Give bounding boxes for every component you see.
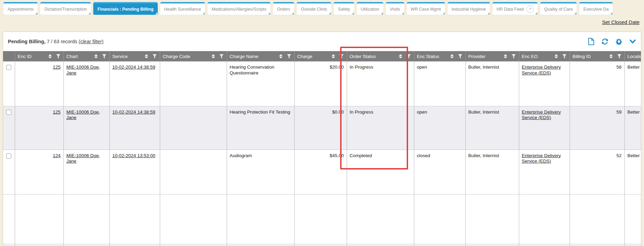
enc-eo-link[interactable]: Enterprise Delivery Service (EDS) xyxy=(522,109,561,120)
filter-icon[interactable] xyxy=(153,54,157,59)
panel-title: Pending Billing, 7 / 63 records (clear f… xyxy=(8,39,104,44)
sort-icon[interactable] xyxy=(145,54,148,58)
sort-icon[interactable] xyxy=(279,54,283,58)
filter-icon[interactable] xyxy=(512,54,516,59)
cell-enc-status: open xyxy=(414,106,465,150)
cell-service: 10-02-2024 14:38:59 xyxy=(109,106,160,150)
row-checkbox[interactable] xyxy=(6,153,11,159)
record-count: 7 / 63 records xyxy=(47,39,77,44)
cell-charge: $45.00 xyxy=(294,150,347,194)
sort-icon[interactable] xyxy=(94,54,98,58)
next-row-strip xyxy=(3,244,641,246)
col-header-service: Service xyxy=(109,51,160,61)
filter-icon[interactable] xyxy=(562,54,567,59)
tab-wr-case-mgmt[interactable]: WR Case Mgmt xyxy=(407,2,445,15)
sort-icon[interactable] xyxy=(399,54,402,58)
cell-charge: $0.00 xyxy=(294,106,347,150)
col-label: Enc Status xyxy=(417,54,439,59)
tab-label: Appointments xyxy=(8,4,34,15)
col-label: Chart xyxy=(67,54,78,59)
service-link[interactable]: 10-02-2024 13:53:00 xyxy=(112,153,155,158)
service-link[interactable]: 10-02-2024 14:38:59 xyxy=(112,65,155,70)
cell-chart: MIE-10006 Doe, Jane xyxy=(63,150,109,194)
enc-id-link[interactable]: 125 xyxy=(53,65,61,70)
clear-filter-link[interactable]: (clear filter) xyxy=(79,39,104,44)
cell-order-status: Completed xyxy=(347,150,414,194)
enc-eo-link[interactable]: Enterprise Delivery Service (EDS) xyxy=(522,153,561,164)
cell-billing-id: 52 xyxy=(570,150,624,194)
filter-icon[interactable] xyxy=(287,54,291,59)
sort-icon[interactable] xyxy=(332,54,335,58)
tab-safety[interactable]: Safety xyxy=(334,2,354,15)
col-label: Charge Name xyxy=(230,54,259,59)
col-header-charge-code: Charge Code xyxy=(160,51,227,61)
refresh-icon[interactable] xyxy=(601,38,609,45)
panel-titlebar: Pending Billing, 7 / 63 records (clear f… xyxy=(3,32,641,51)
filter-icon[interactable] xyxy=(56,54,61,59)
enc-id-link[interactable]: 124 xyxy=(53,153,61,158)
tab-label: Visits xyxy=(390,4,400,15)
sort-icon[interactable] xyxy=(48,54,52,58)
enc-eo-link[interactable]: Enterprise Delivery Service (EDS) xyxy=(522,65,561,75)
filter-icon[interactable] xyxy=(102,54,107,59)
new-document-icon[interactable] xyxy=(588,38,595,45)
sort-icon[interactable] xyxy=(609,54,613,58)
col-label: Enc EO xyxy=(522,54,538,59)
tab-financials-pending-billing[interactable]: Financials : Pending Billing xyxy=(93,2,157,15)
filter-icon[interactable] xyxy=(407,54,411,59)
col-header-billing-id: Billing ID xyxy=(570,51,624,61)
sort-icon[interactable] xyxy=(450,54,454,58)
tab-health-surveillance[interactable]: Health Surveillance xyxy=(160,2,205,15)
tab-appointments[interactable]: Appointments xyxy=(3,2,38,15)
row-checkbox[interactable] xyxy=(6,110,11,115)
filter-icon[interactable] xyxy=(617,54,622,59)
cell-charge-name: Audiogram xyxy=(227,150,294,194)
tab-label: Industrial Hygiene xyxy=(452,4,486,15)
row-checkbox[interactable] xyxy=(6,65,11,70)
settings-gear-icon[interactable] xyxy=(615,38,623,45)
tab-label: Quality of Care xyxy=(544,4,573,15)
cell-location: Better O xyxy=(624,106,641,150)
tab-orders[interactable]: Orders xyxy=(273,2,294,15)
pending-billing-table: Enc ID Chart Service Charge Code Charge … xyxy=(3,51,641,246)
tab-outside-clinic[interactable]: Outside Clinic xyxy=(297,2,331,15)
col-label: Location xyxy=(628,54,642,59)
set-closed-date-link[interactable]: Set Closed Date xyxy=(602,19,640,25)
tab-label: Orders xyxy=(277,4,290,15)
tab-utilization[interactable]: Utilization xyxy=(357,2,383,15)
tab-quality-of-care[interactable]: Quality of Care xyxy=(540,2,577,15)
sort-icon[interactable] xyxy=(504,54,507,58)
cell-location: Better O xyxy=(624,61,641,106)
tab-executive-dashboard[interactable]: Executive Da xyxy=(579,2,613,15)
chart-link[interactable]: MIE-10006 Doe, Jane xyxy=(67,65,100,75)
tab-dictation-transcription[interactable]: Dictation/Transcription xyxy=(40,2,91,15)
filter-icon[interactable] xyxy=(339,54,344,59)
tab-label: Dictation/Transcription xyxy=(44,4,87,15)
filter-icon[interactable] xyxy=(458,54,463,59)
enc-id-link[interactable]: 125 xyxy=(53,109,61,115)
tab-industrial-hygiene[interactable]: Industrial Hygiene xyxy=(448,2,490,15)
cell-enc-id: 124 xyxy=(15,150,63,194)
collapse-chevron-icon[interactable] xyxy=(629,39,636,44)
cell-provider: Butler, Internist xyxy=(465,150,519,194)
tab-label: HR Data Feed xyxy=(497,4,524,15)
tab-label: WR Case Mgmt xyxy=(411,4,441,15)
filter-icon[interactable] xyxy=(219,54,224,59)
tab-label: Medications/Allergies/Scripts xyxy=(212,4,266,15)
tab-bar: Appointments Dictation/Transcription Fin… xyxy=(3,2,644,15)
chart-link[interactable]: MIE-10006 Doe, Jane xyxy=(67,109,100,120)
cell-enc-eo: Enterprise Delivery Service (EDS) xyxy=(519,106,570,150)
tab-hr-data-feed[interactable]: HR Data Feed ↗ xyxy=(492,2,538,15)
col-header-provider: Provider xyxy=(465,51,519,61)
sort-icon[interactable] xyxy=(554,54,558,58)
tab-medications-allergies-scripts[interactable]: Medications/Allergies/Scripts xyxy=(207,2,271,15)
tab-label: Executive Da xyxy=(583,4,609,15)
tab-visits[interactable]: Visits xyxy=(386,2,404,15)
cell-enc-id: 125 xyxy=(15,106,63,150)
col-header-charge-name: Charge Name xyxy=(227,51,294,61)
external-link-circle-icon[interactable]: ↗ xyxy=(526,5,534,13)
chart-link[interactable]: MIE-10006 Doe, Jane xyxy=(67,153,100,164)
service-link[interactable]: 10-02-2024 14:38:59 xyxy=(112,109,155,115)
sort-icon[interactable] xyxy=(212,54,215,58)
col-label: Charge Code xyxy=(163,54,190,59)
